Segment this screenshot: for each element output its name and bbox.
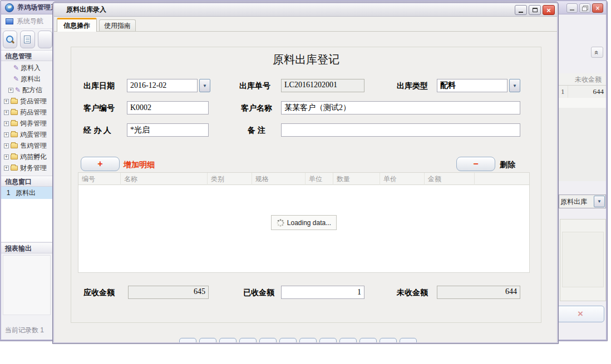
chevron-down-icon[interactable]: ▼ <box>594 196 605 207</box>
table-row[interactable]: 1 644 <box>559 86 606 98</box>
bottom-toolbar-button[interactable] <box>319 338 337 343</box>
tree-item-hatch[interactable]: + 鸡苗孵化 <box>1 151 52 162</box>
section-header-info-window: 信息窗口 <box>1 176 52 187</box>
main-close-button[interactable]: × <box>592 3 603 13</box>
delete-detail-label: 删除 <box>500 160 515 170</box>
main-restore-button[interactable] <box>579 3 590 13</box>
dialog-minimize-button[interactable] <box>515 5 527 15</box>
collapse-panel-button[interactable]: « <box>591 47 603 58</box>
col-header-spec[interactable]: 规格 <box>252 173 306 185</box>
info-window-list: 1 原料出 <box>1 187 52 242</box>
out-type-field[interactable] <box>437 79 507 92</box>
bottom-toolbar-button[interactable] <box>339 338 357 343</box>
received-field[interactable] <box>281 286 364 299</box>
grid-body <box>559 108 606 181</box>
out-type-dropdown-button[interactable]: ▼ <box>509 79 520 92</box>
expand-icon[interactable]: + <box>4 154 9 159</box>
dialog-close-button[interactable]: × <box>543 5 555 15</box>
expand-icon[interactable]: + <box>4 99 9 104</box>
bottom-toolbar-button[interactable] <box>239 338 257 343</box>
customer-name-field[interactable] <box>281 101 520 114</box>
folder-icon <box>11 154 18 159</box>
tree-item-goods[interactable]: + 货品管理 <box>1 96 52 107</box>
document-button[interactable] <box>20 31 35 48</box>
sidebar-item-system-nav[interactable]: 系统导航 <box>1 14 52 29</box>
out-date-dropdown-button[interactable]: ▼ <box>199 79 210 92</box>
tree-item-feeding[interactable]: + 饲养管理 <box>1 118 52 129</box>
section-header-info: 信息管理 <box>1 50 52 61</box>
tree-item-sale[interactable]: + 售鸡管理 <box>1 140 52 151</box>
bottom-toolbar-button[interactable] <box>199 338 216 343</box>
add-detail-label: 增加明细 <box>124 160 155 170</box>
close-icon: × <box>578 308 583 320</box>
remark-label: 备 注 <box>248 126 265 136</box>
bottom-toolbar-button[interactable] <box>259 338 277 343</box>
out-date-label: 出库日期 <box>83 81 115 91</box>
col-header-no[interactable]: 编号 <box>78 173 121 185</box>
close-record-button[interactable]: × <box>556 306 604 322</box>
main-minimize-button[interactable] <box>566 3 578 13</box>
tree-item-medicine[interactable]: + 药品管理 <box>1 107 52 118</box>
col-header-qty[interactable]: 数量 <box>333 173 380 185</box>
delete-detail-button[interactable]: − <box>456 157 495 171</box>
col-header-amount[interactable]: 金额 <box>425 173 475 185</box>
list-item[interactable]: 1 原料出 <box>1 187 52 199</box>
tree-item-raw-out[interactable]: ✎ 原料出 <box>1 73 52 84</box>
chevron-down-icon: ▼ <box>513 83 517 88</box>
customer-no-field[interactable] <box>127 101 209 114</box>
out-date-field[interactable] <box>127 79 198 92</box>
main-window-title: 养鸡场管理系 <box>17 3 57 12</box>
out-type-label: 出库类型 <box>397 81 428 91</box>
receivable-field: 645 <box>128 286 209 299</box>
bottom-toolbar-button[interactable] <box>299 338 317 343</box>
folder-icon <box>11 110 18 115</box>
add-detail-button[interactable]: + <box>81 157 120 171</box>
col-header-category[interactable]: 类别 <box>208 173 252 185</box>
bottom-toolbar-button[interactable] <box>380 338 397 343</box>
bottom-toolbar-button[interactable] <box>279 338 297 343</box>
tree-item-raw-in[interactable]: ✎ 原料入 <box>1 62 52 73</box>
grid-column-unpaid[interactable]: 未收金额 <box>559 73 606 86</box>
col-header-unit[interactable]: 单位 <box>306 173 333 185</box>
expand-icon[interactable]: + <box>8 88 13 93</box>
search-button[interactable] <box>3 31 17 48</box>
minimize-icon <box>570 9 574 11</box>
toolbar-button-3[interactable] <box>38 31 52 48</box>
dialog-titlebar[interactable]: 原料出库录入 <box>54 3 557 17</box>
dialog-raw-material-outbound: 原料出库录入 × 信息操作 使用指南 原料出库登记 出库日期 ▼ 出库单号 LC… <box>53 2 558 343</box>
tree-item-recipe[interactable]: + ✎ 配方信 <box>1 84 52 96</box>
tree-item-egg[interactable]: + 鸡蛋管理 <box>1 129 52 140</box>
operator-label: 经 办 人 <box>83 126 111 136</box>
operator-field[interactable] <box>127 123 209 137</box>
folder-icon <box>11 121 18 126</box>
bottom-toolbar-button[interactable] <box>359 338 377 343</box>
bottom-toolbar-button[interactable] <box>179 338 196 343</box>
remark-field[interactable] <box>281 123 520 137</box>
folder-icon <box>11 143 18 148</box>
tree-item-finance[interactable]: + 财务管理 <box>1 162 52 173</box>
bottom-toolbar-button[interactable] <box>219 338 236 343</box>
bottom-toolbar-button[interactable] <box>400 338 417 343</box>
right-side-panel <box>560 219 606 301</box>
col-header-price[interactable]: 单价 <box>380 173 425 185</box>
document-icon <box>24 36 31 43</box>
nav-tree: ✎ 原料入 ✎ 原料出 + ✎ 配方信 + 货品管理 + 药品管理 <box>1 61 52 173</box>
dialog-maximize-button[interactable] <box>529 5 541 15</box>
loading-indicator: Loading data... <box>271 215 337 230</box>
expand-icon[interactable]: + <box>4 110 9 115</box>
section-header-report: 报表输出 <box>1 242 52 253</box>
expand-icon[interactable]: + <box>4 132 9 137</box>
out-no-label: 出库单号 <box>239 81 270 91</box>
expand-icon[interactable]: + <box>4 143 9 148</box>
customer-no-label: 客户编号 <box>83 103 115 113</box>
pin-icon: ✎ <box>13 75 19 83</box>
expand-icon[interactable]: + <box>4 166 9 171</box>
tab-info-operation[interactable]: 信息操作 <box>57 18 97 32</box>
expand-icon[interactable]: + <box>4 121 9 126</box>
received-label: 已收金额 <box>243 288 274 298</box>
doc-type-select[interactable]: 原料出库 ▼ <box>559 195 606 208</box>
spinner-icon <box>277 219 284 227</box>
tab-user-guide[interactable]: 使用指南 <box>99 19 136 32</box>
col-header-name[interactable]: 名称 <box>121 173 208 185</box>
minus-icon: − <box>473 159 478 169</box>
